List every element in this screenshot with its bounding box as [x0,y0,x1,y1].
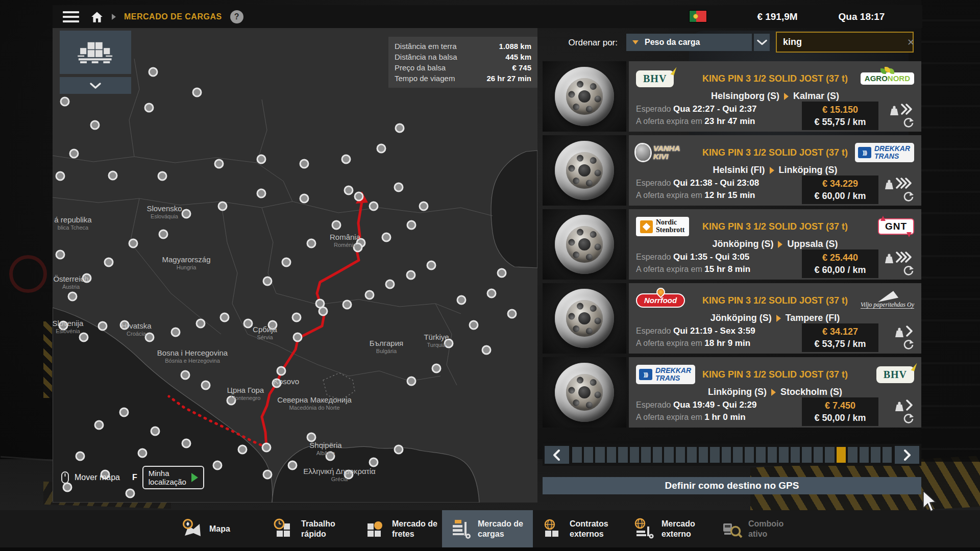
menu-icon[interactable] [63,11,79,22]
page-tick[interactable] [871,447,880,463]
page-tick[interactable] [814,447,823,463]
city-dot[interactable] [95,421,103,429]
city-dot[interactable] [316,299,324,308]
nav-item-trabalho-rapido[interactable]: Trabalhorápido [265,510,356,547]
city-dot[interactable] [354,243,362,252]
city-dot[interactable] [120,408,128,416]
page-tick[interactable] [687,447,697,463]
city-dot[interactable] [182,439,190,447]
city-dot[interactable] [407,221,415,229]
city-dot[interactable] [215,160,223,168]
nav-item-mercado-externo[interactable]: Mercadoexterno [626,510,717,547]
city-dot[interactable] [149,68,157,76]
city-dot[interactable] [487,289,496,297]
city-dot[interactable] [182,210,190,218]
page-tick[interactable] [607,447,617,463]
city-dot[interactable] [83,274,91,282]
city-dot[interactable] [76,452,84,460]
city-dot[interactable] [365,291,374,299]
page-tick[interactable] [883,447,892,463]
city-dot[interactable] [193,88,201,96]
page-tick[interactable] [768,447,777,463]
city-dot[interactable] [445,339,453,347]
page-tick[interactable] [641,447,651,463]
city-dot[interactable] [262,443,271,452]
map[interactable] [53,28,537,503]
page-tick[interactable] [779,447,789,463]
city-dot[interactable] [197,319,205,328]
page-tick[interactable] [676,447,685,463]
city-dot[interactable] [145,104,153,112]
city-dot[interactable] [420,202,428,210]
page-tick[interactable] [745,447,754,463]
city-dot[interactable] [307,433,315,441]
nav-item-mercado-de-cargas[interactable]: Mercado decargas [442,510,533,547]
page-tick[interactable] [756,447,766,463]
city-dot[interactable] [120,321,129,329]
city-dot[interactable] [91,121,99,129]
city-dot[interactable] [202,381,210,389]
city-dot[interactable] [370,202,378,210]
city-dot[interactable] [345,186,353,194]
city-dot[interactable] [218,202,227,210]
city-dot[interactable] [273,379,281,387]
city-dot[interactable] [70,149,78,158]
city-dot[interactable] [80,333,88,341]
city-dot[interactable] [345,470,353,479]
city-dot[interactable] [181,371,189,379]
sort-by-dropdown[interactable]: Peso da carga [626,34,752,51]
city-dot[interactable] [277,367,285,375]
my-location-button[interactable]: Minha localização [142,466,204,489]
next-page-button[interactable] [895,446,919,464]
city-dot[interactable] [343,300,351,309]
city-dot[interactable] [326,452,334,460]
city-dot[interactable] [293,333,302,341]
city-dot[interactable] [56,172,64,180]
sort-expand-button[interactable] [754,34,770,51]
cargo-offer-row[interactable]: DREKKARTRANS KING PIN 3 1/2 SOLID JOST (… [543,357,921,428]
route-map-panel[interactable]: á republikablica TchecaSlovenskoEslováqu… [53,28,537,503]
page-tick-active[interactable] [837,447,846,463]
city-dot[interactable] [407,271,415,279]
city-dot[interactable] [257,155,265,163]
city-dot[interactable] [300,160,308,168]
page-tick[interactable] [733,447,743,463]
city-dot[interactable] [508,310,516,318]
page-tick[interactable] [664,447,674,463]
home-icon[interactable] [90,11,104,23]
city-dot[interactable] [427,261,435,269]
page-tick[interactable] [802,447,812,463]
city-dot[interactable] [407,377,415,385]
prev-page-button[interactable] [545,446,569,464]
city-dot[interactable] [282,258,290,266]
city-dot[interactable] [129,239,137,247]
city-dot[interactable] [59,321,67,330]
nav-item-mercado-de-fretes[interactable]: Mercado defretes [356,510,447,547]
help-button[interactable]: ? [230,10,243,23]
cargo-offer-row[interactable]: VANHAKIVI KING PIN 3 1/2 SOLID JOST (37 … [543,135,921,206]
page-tick[interactable] [848,447,857,463]
city-dot[interactable] [263,470,272,479]
page-tick[interactable] [595,447,605,463]
city-dot[interactable] [159,230,167,238]
page-tick[interactable] [618,447,628,463]
city-dot[interactable] [138,449,146,457]
city-dot[interactable] [68,292,77,300]
nav-item-contratos-externos[interactable]: Contratosexternos [534,510,625,547]
page-tick[interactable] [630,447,640,463]
city-dot[interactable] [482,346,491,354]
page-tick[interactable] [791,447,800,463]
city-dot[interactable] [268,321,277,329]
city-dot[interactable] [213,461,222,469]
collapse-button[interactable] [60,77,131,94]
city-dot[interactable] [355,192,363,201]
city-dot[interactable] [257,189,265,197]
city-dot[interactable] [99,322,107,330]
city-dot[interactable] [151,427,159,435]
city-dot[interactable] [145,333,154,341]
city-dot[interactable] [370,458,378,466]
city-dot[interactable] [158,172,166,180]
city-dot[interactable] [126,489,134,497]
city-dot[interactable] [342,155,350,163]
page-tick[interactable] [722,447,731,463]
